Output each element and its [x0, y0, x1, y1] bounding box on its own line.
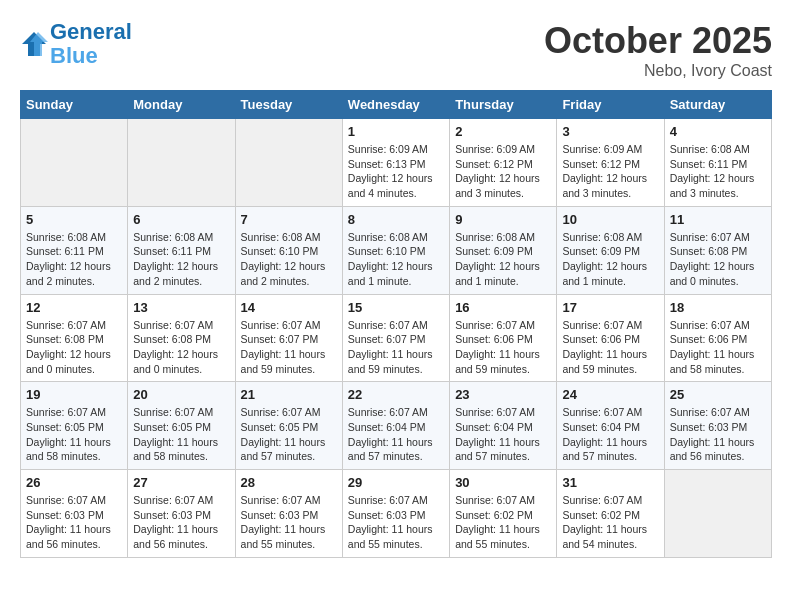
- day-info: Sunrise: 6:08 AM Sunset: 6:09 PM Dayligh…: [562, 230, 658, 289]
- calendar-cell: 23 Sunrise: 6:07 AM Sunset: 6:04 PM Dayl…: [450, 382, 557, 470]
- day-number: 1: [348, 124, 444, 139]
- day-number: 18: [670, 300, 766, 315]
- day-number: 2: [455, 124, 551, 139]
- logo: General Blue: [20, 20, 132, 68]
- calendar-cell: 24 Sunrise: 6:07 AM Sunset: 6:04 PM Dayl…: [557, 382, 664, 470]
- calendar-cell: 2 Sunrise: 6:09 AM Sunset: 6:12 PM Dayli…: [450, 119, 557, 207]
- day-number: 24: [562, 387, 658, 402]
- day-info: Sunrise: 6:07 AM Sunset: 6:05 PM Dayligh…: [26, 405, 122, 464]
- day-info: Sunrise: 6:07 AM Sunset: 6:04 PM Dayligh…: [348, 405, 444, 464]
- day-info: Sunrise: 6:07 AM Sunset: 6:08 PM Dayligh…: [670, 230, 766, 289]
- day-info: Sunrise: 6:07 AM Sunset: 6:02 PM Dayligh…: [562, 493, 658, 552]
- calendar-cell: 18 Sunrise: 6:07 AM Sunset: 6:06 PM Dayl…: [664, 294, 771, 382]
- calendar-cell: 19 Sunrise: 6:07 AM Sunset: 6:05 PM Dayl…: [21, 382, 128, 470]
- day-info: Sunrise: 6:09 AM Sunset: 6:12 PM Dayligh…: [455, 142, 551, 201]
- logo-text: General Blue: [50, 20, 132, 68]
- weekday-header-thursday: Thursday: [450, 91, 557, 119]
- calendar-cell: 13 Sunrise: 6:07 AM Sunset: 6:08 PM Dayl…: [128, 294, 235, 382]
- day-number: 31: [562, 475, 658, 490]
- day-number: 15: [348, 300, 444, 315]
- day-number: 8: [348, 212, 444, 227]
- title-area: October 2025 Nebo, Ivory Coast: [544, 20, 772, 80]
- day-number: 19: [26, 387, 122, 402]
- calendar-cell: 1 Sunrise: 6:09 AM Sunset: 6:13 PM Dayli…: [342, 119, 449, 207]
- weekday-header-tuesday: Tuesday: [235, 91, 342, 119]
- calendar-cell: 15 Sunrise: 6:07 AM Sunset: 6:07 PM Dayl…: [342, 294, 449, 382]
- logo-line2: Blue: [50, 43, 98, 68]
- calendar-cell: 28 Sunrise: 6:07 AM Sunset: 6:03 PM Dayl…: [235, 470, 342, 558]
- day-info: Sunrise: 6:07 AM Sunset: 6:03 PM Dayligh…: [133, 493, 229, 552]
- day-info: Sunrise: 6:07 AM Sunset: 6:02 PM Dayligh…: [455, 493, 551, 552]
- day-number: 14: [241, 300, 337, 315]
- day-number: 21: [241, 387, 337, 402]
- day-number: 12: [26, 300, 122, 315]
- day-number: 20: [133, 387, 229, 402]
- day-info: Sunrise: 6:07 AM Sunset: 6:04 PM Dayligh…: [455, 405, 551, 464]
- week-row-1: 1 Sunrise: 6:09 AM Sunset: 6:13 PM Dayli…: [21, 119, 772, 207]
- logo-line1: General: [50, 19, 132, 44]
- calendar-cell: 4 Sunrise: 6:08 AM Sunset: 6:11 PM Dayli…: [664, 119, 771, 207]
- day-number: 26: [26, 475, 122, 490]
- calendar-table: SundayMondayTuesdayWednesdayThursdayFrid…: [20, 90, 772, 558]
- day-info: Sunrise: 6:07 AM Sunset: 6:05 PM Dayligh…: [241, 405, 337, 464]
- logo-icon: [20, 30, 48, 58]
- week-row-2: 5 Sunrise: 6:08 AM Sunset: 6:11 PM Dayli…: [21, 206, 772, 294]
- calendar-cell: 5 Sunrise: 6:08 AM Sunset: 6:11 PM Dayli…: [21, 206, 128, 294]
- week-row-4: 19 Sunrise: 6:07 AM Sunset: 6:05 PM Dayl…: [21, 382, 772, 470]
- day-info: Sunrise: 6:07 AM Sunset: 6:05 PM Dayligh…: [133, 405, 229, 464]
- day-info: Sunrise: 6:08 AM Sunset: 6:10 PM Dayligh…: [241, 230, 337, 289]
- day-info: Sunrise: 6:08 AM Sunset: 6:11 PM Dayligh…: [26, 230, 122, 289]
- calendar-cell: [128, 119, 235, 207]
- calendar-cell: 21 Sunrise: 6:07 AM Sunset: 6:05 PM Dayl…: [235, 382, 342, 470]
- weekday-header-wednesday: Wednesday: [342, 91, 449, 119]
- day-number: 10: [562, 212, 658, 227]
- day-info: Sunrise: 6:07 AM Sunset: 6:06 PM Dayligh…: [455, 318, 551, 377]
- day-info: Sunrise: 6:07 AM Sunset: 6:08 PM Dayligh…: [26, 318, 122, 377]
- day-number: 23: [455, 387, 551, 402]
- calendar-cell: 31 Sunrise: 6:07 AM Sunset: 6:02 PM Dayl…: [557, 470, 664, 558]
- day-info: Sunrise: 6:08 AM Sunset: 6:09 PM Dayligh…: [455, 230, 551, 289]
- day-number: 28: [241, 475, 337, 490]
- calendar-cell: 17 Sunrise: 6:07 AM Sunset: 6:06 PM Dayl…: [557, 294, 664, 382]
- weekday-header-row: SundayMondayTuesdayWednesdayThursdayFrid…: [21, 91, 772, 119]
- weekday-header-friday: Friday: [557, 91, 664, 119]
- calendar-cell: 25 Sunrise: 6:07 AM Sunset: 6:03 PM Dayl…: [664, 382, 771, 470]
- calendar-cell: 29 Sunrise: 6:07 AM Sunset: 6:03 PM Dayl…: [342, 470, 449, 558]
- day-number: 13: [133, 300, 229, 315]
- calendar-cell: 10 Sunrise: 6:08 AM Sunset: 6:09 PM Dayl…: [557, 206, 664, 294]
- calendar-cell: 14 Sunrise: 6:07 AM Sunset: 6:07 PM Dayl…: [235, 294, 342, 382]
- day-number: 16: [455, 300, 551, 315]
- weekday-header-monday: Monday: [128, 91, 235, 119]
- day-info: Sunrise: 6:09 AM Sunset: 6:12 PM Dayligh…: [562, 142, 658, 201]
- day-number: 6: [133, 212, 229, 227]
- day-number: 9: [455, 212, 551, 227]
- calendar-cell: [235, 119, 342, 207]
- calendar-cell: 9 Sunrise: 6:08 AM Sunset: 6:09 PM Dayli…: [450, 206, 557, 294]
- calendar-cell: 6 Sunrise: 6:08 AM Sunset: 6:11 PM Dayli…: [128, 206, 235, 294]
- day-info: Sunrise: 6:09 AM Sunset: 6:13 PM Dayligh…: [348, 142, 444, 201]
- day-number: 29: [348, 475, 444, 490]
- day-number: 30: [455, 475, 551, 490]
- weekday-header-saturday: Saturday: [664, 91, 771, 119]
- calendar-cell: 30 Sunrise: 6:07 AM Sunset: 6:02 PM Dayl…: [450, 470, 557, 558]
- calendar-cell: 11 Sunrise: 6:07 AM Sunset: 6:08 PM Dayl…: [664, 206, 771, 294]
- day-number: 17: [562, 300, 658, 315]
- day-info: Sunrise: 6:07 AM Sunset: 6:03 PM Dayligh…: [241, 493, 337, 552]
- day-info: Sunrise: 6:07 AM Sunset: 6:03 PM Dayligh…: [348, 493, 444, 552]
- page-header: General Blue October 2025 Nebo, Ivory Co…: [20, 20, 772, 80]
- day-info: Sunrise: 6:07 AM Sunset: 6:06 PM Dayligh…: [562, 318, 658, 377]
- day-info: Sunrise: 6:07 AM Sunset: 6:03 PM Dayligh…: [670, 405, 766, 464]
- day-info: Sunrise: 6:07 AM Sunset: 6:07 PM Dayligh…: [348, 318, 444, 377]
- calendar-cell: 27 Sunrise: 6:07 AM Sunset: 6:03 PM Dayl…: [128, 470, 235, 558]
- day-number: 4: [670, 124, 766, 139]
- calendar-cell: 16 Sunrise: 6:07 AM Sunset: 6:06 PM Dayl…: [450, 294, 557, 382]
- day-number: 22: [348, 387, 444, 402]
- day-number: 11: [670, 212, 766, 227]
- calendar-cell: 8 Sunrise: 6:08 AM Sunset: 6:10 PM Dayli…: [342, 206, 449, 294]
- day-number: 27: [133, 475, 229, 490]
- calendar-cell: 26 Sunrise: 6:07 AM Sunset: 6:03 PM Dayl…: [21, 470, 128, 558]
- calendar-cell: 12 Sunrise: 6:07 AM Sunset: 6:08 PM Dayl…: [21, 294, 128, 382]
- day-number: 7: [241, 212, 337, 227]
- day-info: Sunrise: 6:08 AM Sunset: 6:10 PM Dayligh…: [348, 230, 444, 289]
- calendar-cell: [664, 470, 771, 558]
